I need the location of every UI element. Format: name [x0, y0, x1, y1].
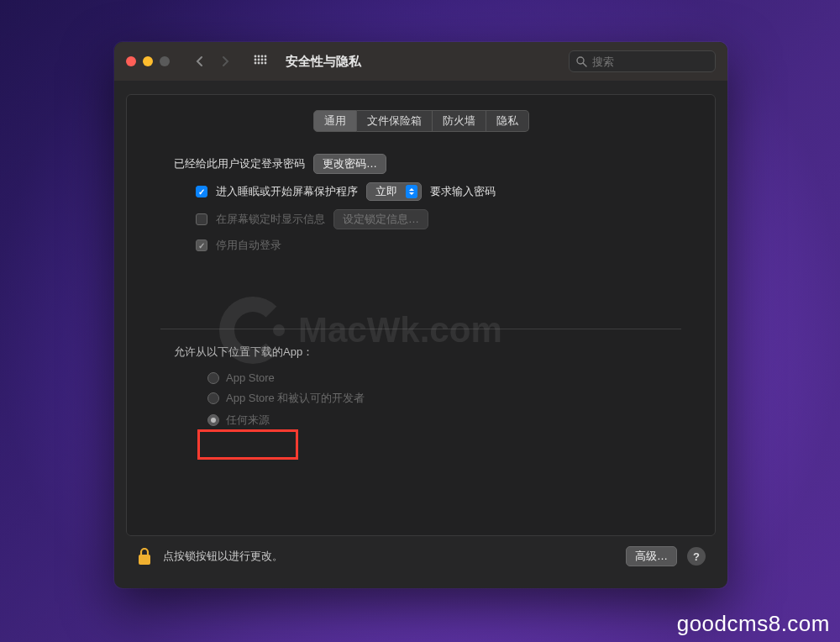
lock-button[interactable]: [136, 546, 153, 566]
highlight-annotation: [197, 429, 298, 460]
allow-apps-section: 允许从以下位置下载的App： App Store App Store 和被认可的…: [127, 345, 715, 428]
disable-auto-login-checkbox: [196, 239, 207, 251]
svg-line-13: [583, 63, 586, 66]
svg-point-4: [255, 59, 257, 61]
search-icon: [576, 56, 587, 67]
lock-icon: [136, 546, 153, 566]
radio-anywhere: [207, 414, 219, 426]
show-all-button[interactable]: [254, 55, 267, 68]
allow-apps-title: 允许从以下位置下载的App：: [174, 345, 668, 360]
select-value: 立即: [375, 184, 397, 199]
divider: [160, 329, 681, 329]
chevron-right-icon: [221, 55, 229, 67]
radio-label-anywhere: 任何来源: [226, 413, 270, 428]
help-button[interactable]: ?: [687, 547, 706, 566]
show-lock-message-label: 在屏幕锁定时显示信息: [216, 212, 325, 227]
show-lock-message-checkbox: [196, 213, 207, 225]
svg-point-0: [255, 55, 257, 58]
radio-label-app-store: App Store: [226, 371, 275, 384]
back-button[interactable]: [190, 52, 210, 71]
nav-arrows: [190, 52, 235, 71]
tab-general[interactable]: 通用: [313, 110, 357, 132]
require-password-label: 进入睡眠或开始屏幕保护程序: [216, 184, 358, 199]
password-set-label: 已经给此用户设定登录密码: [174, 156, 305, 171]
search-input[interactable]: [592, 55, 708, 68]
require-password-checkbox[interactable]: [196, 186, 207, 197]
radio-app-store: [207, 372, 219, 384]
radio-label-identified-developers: App Store 和被认可的开发者: [226, 391, 365, 406]
credit-watermark: goodcms8.com: [677, 611, 830, 637]
svg-point-8: [255, 62, 257, 65]
chevron-left-icon: [196, 55, 204, 67]
svg-point-7: [265, 59, 267, 61]
require-password-suffix: 要求输入密码: [430, 184, 496, 199]
footer: 点按锁按钮以进行更改。 高级… ?: [126, 536, 716, 576]
svg-point-2: [261, 55, 264, 58]
svg-rect-14: [139, 555, 150, 565]
window-title: 安全性与隐私: [286, 54, 361, 70]
content: 通用 文件保险箱 防火墙 隐私 已经给此用户设定登录密码 更改密码… 进入睡眠或…: [114, 81, 727, 588]
advanced-button[interactable]: 高级…: [626, 546, 677, 566]
disable-auto-login-label: 停用自动登录: [216, 238, 281, 253]
svg-point-6: [261, 59, 264, 61]
require-password-delay-select[interactable]: 立即: [366, 182, 422, 201]
lock-text: 点按锁按钮以进行更改。: [163, 549, 283, 564]
grid-icon: [254, 55, 267, 68]
password-section: 已经给此用户设定登录密码 更改密码… 进入睡眠或开始屏幕保护程序 立即 要求输入…: [127, 154, 715, 253]
svg-point-3: [265, 55, 267, 58]
svg-point-10: [261, 62, 264, 65]
stepper-icon: [406, 185, 417, 198]
tab-privacy[interactable]: 隐私: [486, 110, 529, 132]
maximize-button: [160, 56, 170, 66]
svg-point-5: [258, 59, 260, 61]
close-button[interactable]: [126, 56, 136, 66]
tab-filevault[interactable]: 文件保险箱: [357, 110, 433, 132]
set-lock-message-button: 设定锁定信息…: [333, 209, 428, 229]
forward-button: [215, 52, 235, 71]
svg-point-11: [265, 62, 267, 65]
change-password-button[interactable]: 更改密码…: [313, 154, 386, 174]
radio-identified-developers: [207, 392, 219, 404]
titlebar: 安全性与隐私: [114, 42, 727, 81]
preferences-window: 安全性与隐私 通用 文件保险箱 防火墙 隐私 已经给此用户设定登录密码 更改密码…: [114, 42, 727, 588]
traffic-lights: [126, 56, 170, 66]
svg-point-1: [258, 55, 260, 58]
panel: 通用 文件保险箱 防火墙 隐私 已经给此用户设定登录密码 更改密码… 进入睡眠或…: [126, 94, 716, 536]
tab-firewall[interactable]: 防火墙: [433, 110, 486, 132]
svg-point-9: [258, 62, 260, 65]
search-field[interactable]: [569, 50, 716, 72]
tabs: 通用 文件保险箱 防火墙 隐私: [127, 110, 715, 132]
minimize-button[interactable]: [143, 56, 153, 66]
